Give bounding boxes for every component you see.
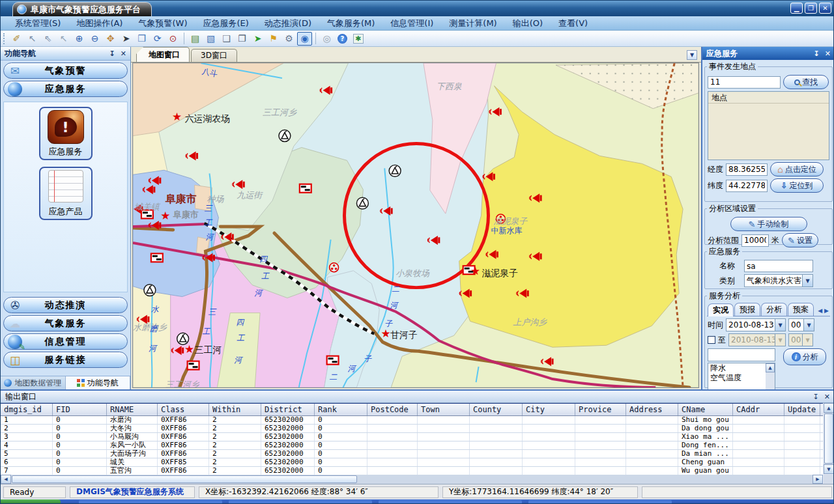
select-feature-icon[interactable]: ↖ — [56, 32, 71, 46]
column-header-Provice[interactable]: Provice — [575, 404, 626, 415]
location-list[interactable]: 地点 — [708, 91, 829, 160]
column-header-Rank[interactable]: Rank — [315, 404, 367, 415]
list-scrollbar[interactable]: ▲ — [766, 363, 775, 389]
column-header-Town[interactable]: Town — [418, 404, 470, 415]
pin-icon[interactable]: ↧ — [109, 49, 115, 58]
map-canvas[interactable]: ★★★★★ 八斗六运湖农场三工河乡下西泉九运街阜康市种场城关镇阜康市滋泥泉子中新… — [132, 63, 699, 388]
tab-预案[interactable]: 预案 — [788, 303, 814, 316]
select-rect-icon[interactable]: ↖ — [25, 32, 40, 46]
range-set-button[interactable]: ✎ 设置 — [782, 233, 818, 247]
locate-to-button[interactable]: ⇩ 定位到 — [770, 178, 824, 193]
eye-view-icon[interactable]: ◎ — [319, 32, 334, 46]
column-header-CAddr[interactable]: CAddr — [733, 404, 784, 415]
zoom-scale-icon[interactable]: ⊙ — [165, 32, 180, 46]
column-header-Address[interactable]: Address — [626, 404, 678, 415]
menu-item[interactable]: 动态推演(D) — [257, 16, 319, 31]
service-name-input[interactable] — [744, 260, 813, 272]
pointer-icon[interactable]: ➤ — [119, 32, 134, 46]
help-icon[interactable]: ? — [335, 32, 350, 46]
select-green-arrow-icon[interactable]: ➤ — [250, 32, 265, 46]
zoom-in-icon[interactable]: ⊕ — [72, 32, 87, 46]
menu-item[interactable]: 应急服务(E) — [195, 16, 256, 31]
horizontal-scrollbar[interactable]: ◀ ▶ — [1, 475, 823, 484]
service-type-select[interactable]: 气象和洪水灾害 ▼ — [744, 274, 813, 287]
tab-预报[interactable]: 预报 — [734, 303, 760, 316]
sidebar-item-reel[interactable]: 动态推演✇ — [3, 297, 128, 313]
tab-实况[interactable]: 实况 — [708, 303, 734, 316]
select-polygon-icon[interactable]: ⇖ — [40, 32, 55, 46]
legend-tree-icon[interactable]: ✱ — [351, 32, 366, 46]
element-list[interactable]: 降水空气温度 ▲ — [708, 363, 775, 389]
toolbar-grip[interactable] — [3, 33, 6, 44]
start-button[interactable] — [1, 499, 61, 504]
menu-item[interactable]: 测量计算(M) — [441, 16, 504, 31]
taskbar-item[interactable] — [229, 500, 372, 504]
tab-分析[interactable]: 分析 — [761, 303, 787, 316]
table-row[interactable]: 30小马厩沟0XFF8626523020000Xiao ma ... — [1, 433, 823, 441]
column-header-FID[interactable]: FID — [53, 404, 107, 415]
sidebar-item-link[interactable]: 服务链接◫ — [3, 352, 128, 368]
menu-item[interactable]: 信息管理(I) — [382, 16, 441, 31]
column-header-dmgis_id[interactable]: dmgis_id — [1, 404, 53, 415]
longitude-input[interactable] — [726, 163, 768, 176]
scroll-right-icon[interactable]: ▶ — [812, 475, 823, 484]
column-header-Within[interactable]: Within — [209, 404, 261, 415]
find-button[interactable]: 查找 — [783, 75, 829, 89]
sidebar-item-globe-pencil[interactable]: 信息管理✎ — [3, 333, 128, 350]
chevron-down-icon[interactable]: ▼ — [775, 319, 785, 331]
settings-gear-icon[interactable]: ⚙ — [281, 32, 296, 46]
export-map-icon[interactable]: ▧ — [203, 32, 218, 46]
table-row[interactable]: 60城关0XFF8526523020000Cheng guan — [1, 458, 823, 467]
chevron-down-icon[interactable]: ▼ — [803, 319, 814, 331]
pan-hand-icon[interactable]: ✥ — [103, 32, 118, 46]
locate-click-button[interactable]: ⌂ 点击定位 — [770, 162, 824, 176]
date-to-select[interactable]: 2010-08-13 ▼ — [728, 333, 786, 346]
analyze-button[interactable]: i 分析 — [783, 348, 826, 365]
tab-scroll-icons[interactable]: ◀ ▶ — [818, 307, 829, 314]
analysis-range-input[interactable] — [741, 234, 769, 247]
list-item[interactable]: 降水 — [708, 363, 775, 373]
refresh-icon[interactable]: ⟳ — [150, 32, 165, 46]
pin-icon[interactable]: ↧ — [814, 49, 820, 58]
vertical-scrollbar[interactable]: ▲ ▼ — [824, 403, 834, 474]
tab-map-window[interactable]: 地图窗口 — [136, 47, 190, 62]
zoom-out-icon[interactable]: ⊖ — [87, 32, 102, 46]
hour-to-select[interactable]: 00 ▼ — [788, 333, 813, 346]
close-icon[interactable]: ✕ — [121, 49, 126, 58]
sidebar-item-mail[interactable]: 气象预警✉ — [3, 63, 128, 79]
globe-tool-icon[interactable]: ◉ — [297, 32, 312, 46]
table-row[interactable]: 50大面场子沟0XFF8626523020000Da mian ... — [1, 450, 823, 458]
scrollbar-thumb[interactable] — [12, 475, 357, 483]
sidebar-item-globe[interactable]: 应急服务 — [3, 81, 128, 97]
tab-3d-window[interactable]: 3D窗口 — [191, 49, 237, 62]
column-header-Update[interactable]: Update — [784, 404, 820, 415]
taskbar-item[interactable] — [379, 500, 522, 504]
close-button[interactable]: ✕ — [819, 3, 831, 14]
pin-icon[interactable]: ↧ — [813, 393, 819, 401]
tab-function-nav[interactable]: 功能导航 — [66, 376, 131, 389]
table-row[interactable]: 20大冬沟0XFF8626523020000Da dong gou — [1, 425, 823, 433]
column-header-RNAME[interactable]: RNAME — [107, 404, 158, 415]
shortcut-alert-button[interactable]: !应急服务 — [39, 107, 93, 160]
manual-draw-button[interactable]: ✎ 手动绘制 — [730, 217, 807, 231]
locate-pin-icon[interactable]: ⚑ — [266, 32, 281, 46]
print-preview-icon[interactable]: ❐ — [235, 32, 250, 46]
scroll-up-icon[interactable]: ▲ — [824, 403, 834, 413]
minimize-button[interactable]: ▁ — [790, 3, 803, 14]
scroll-down-icon[interactable]: ▼ — [824, 464, 834, 474]
table-row[interactable]: 10水磨沟0XFF8626523020000Shui mo gou — [1, 416, 823, 425]
menu-item[interactable]: 系统管理(S) — [7, 16, 68, 31]
column-header-CName[interactable]: CName — [678, 404, 733, 415]
full-extent-icon[interactable]: ❒ — [134, 32, 149, 46]
map-tab-dropdown-icon[interactable]: ▼ — [687, 50, 697, 60]
menu-item[interactable]: 查看(V) — [551, 16, 596, 31]
tab-map-data[interactable]: 地图数据管理 — [1, 376, 66, 389]
element-filter-box[interactable] — [708, 348, 775, 361]
sidebar-item-cloud[interactable]: 气象服务☁ — [3, 315, 128, 331]
column-header-PostCode[interactable]: PostCode — [367, 404, 418, 415]
to-checkbox[interactable] — [708, 336, 715, 344]
scroll-up-icon[interactable]: ▲ — [766, 363, 775, 372]
close-icon[interactable]: ✕ — [824, 393, 830, 401]
restore-button[interactable]: ❐ — [805, 3, 817, 14]
menu-item[interactable]: 气象服务(M) — [319, 16, 382, 31]
